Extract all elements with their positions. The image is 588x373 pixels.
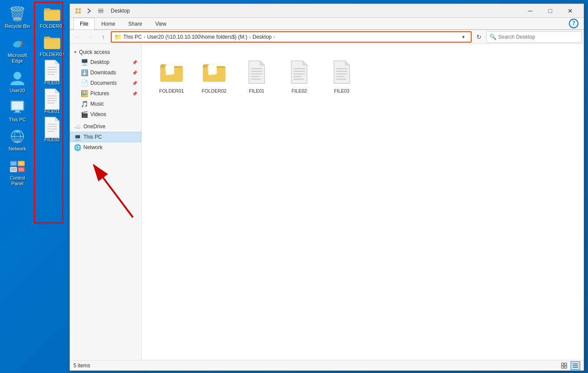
desktop-icons-col2: FOLDER01 FOLDER02 — [35, 0, 69, 148]
tab-home[interactable]: Home — [95, 18, 122, 30]
status-bar: 5 items — [70, 360, 584, 370]
file-item-folder01[interactable]: FOLDER01 — [152, 54, 191, 98]
sidebar-item-documents[interactable]: 📄 Documents 📌 — [70, 78, 141, 88]
address-sep-1: › — [144, 34, 145, 40]
file03-icon — [43, 62, 61, 79]
refresh-button[interactable]: ↻ — [473, 31, 485, 43]
up-button[interactable]: ↑ — [98, 31, 109, 43]
sidebar-item-downloads[interactable]: ⬇️ Downloads 📌 — [70, 67, 141, 78]
sidebar: ▼ Quick access 🖥️ Desktop 📌 ⬇️ Downloads… — [70, 44, 142, 360]
sidebar-item-this-pc[interactable]: 💻 This PC — [70, 132, 141, 142]
downloads-label: Downloads — [90, 70, 116, 76]
file01-icon — [43, 90, 61, 108]
details-view-button[interactable] — [571, 361, 580, 370]
desktop-icon-user20[interactable]: User20 — [2, 68, 33, 95]
file02-label: FILE02 — [44, 137, 59, 143]
svg-rect-45 — [209, 64, 217, 74]
music-label: Music — [90, 101, 104, 107]
desktop-icon-microsoft-edge[interactable]: Microsoft Edge — [2, 33, 33, 66]
svg-rect-63 — [562, 366, 564, 368]
desktop-icon-file01[interactable]: FILE01 — [36, 89, 68, 116]
close-button[interactable]: ✕ — [560, 4, 580, 18]
sidebar-item-network[interactable]: 🌐 Network — [70, 142, 141, 153]
svg-rect-37 — [76, 11, 78, 13]
network-icon — [9, 128, 26, 145]
desktop-icon-control-panel[interactable]: Control Panel — [2, 155, 33, 188]
network-sidebar-icon: 🌐 — [74, 144, 81, 151]
user-icon — [9, 70, 26, 87]
documents-icon: 📄 — [81, 80, 88, 87]
sidebar-item-videos[interactable]: 🎬 Videos — [70, 109, 141, 120]
forward-button[interactable]: → — [85, 31, 96, 43]
explorer-title: Desktop — [111, 8, 520, 14]
sidebar-item-desktop[interactable]: 🖥️ Desktop 📌 — [70, 57, 141, 67]
minimize-button[interactable]: ─ — [520, 4, 540, 18]
pc-icon — [9, 99, 26, 116]
svg-rect-21 — [19, 168, 24, 171]
videos-label: Videos — [90, 111, 106, 117]
svg-rect-5 — [15, 110, 20, 112]
recycle-bin-label: Recycle Bin — [5, 23, 30, 29]
maximize-button[interactable]: □ — [540, 4, 560, 18]
recycle-bin-icon: 🗑️ — [9, 5, 26, 23]
tab-file[interactable]: File — [73, 18, 95, 30]
desktop-icon-folder01[interactable]: FOLDER01 — [36, 3, 68, 31]
svg-point-10 — [16, 130, 19, 133]
sidebar-quick-access-header[interactable]: ▼ Quick access — [70, 47, 141, 57]
desktop-icon-network[interactable]: Network — [2, 126, 33, 153]
address-breadcrumb: This PC › User20 (\\10.10.10.100\home fo… — [123, 34, 457, 40]
folder01-icon — [43, 5, 61, 23]
folder02-main-icon — [200, 58, 228, 86]
desktop-icon-recycle-bin[interactable]: 🗑️ Recycle Bin — [2, 3, 33, 31]
address-sep-2: › — [249, 34, 251, 40]
this-pc-label: This PC — [9, 117, 26, 123]
onedrive-icon: ☁️ — [74, 123, 81, 130]
documents-label: Documents — [90, 80, 117, 86]
folder02-label: FOLDER02 — [40, 52, 65, 57]
title-bar-icon3[interactable] — [96, 6, 106, 16]
desktop-icon-file02[interactable]: FILE02 — [36, 117, 68, 144]
sidebar-item-onedrive[interactable]: ☁️ OneDrive — [70, 121, 141, 132]
back-button[interactable]: ← — [72, 31, 83, 43]
address-folder-icon: 📁 — [114, 33, 122, 40]
file02-icon — [43, 119, 61, 136]
user20-label: User20 — [10, 88, 25, 93]
file-item-file02[interactable]: FILE02 — [280, 54, 319, 98]
svg-rect-43 — [166, 64, 175, 74]
explorer-window: Desktop ─ □ ✕ File Home Share View ? ← → — [69, 3, 584, 371]
desktop-icon-folder02[interactable]: FOLDER02 — [36, 32, 68, 59]
file-item-folder02[interactable]: FOLDER02 — [195, 54, 234, 98]
address-part-this-pc[interactable]: This PC — [123, 34, 142, 40]
large-icons-view-button[interactable] — [559, 361, 569, 370]
folder01-main-label: FOLDER01 — [159, 88, 184, 94]
address-part-desktop[interactable]: Desktop — [252, 34, 271, 40]
svg-rect-62 — [565, 363, 567, 365]
svg-rect-17 — [19, 162, 24, 165]
downloads-icon: ⬇️ — [81, 69, 88, 76]
svg-rect-61 — [562, 363, 564, 365]
title-bar-icon1 — [73, 6, 83, 16]
search-input[interactable] — [498, 34, 579, 40]
folder02-icon — [43, 33, 61, 51]
address-dropdown-button[interactable]: ▾ — [459, 32, 468, 42]
documents-pin-icon: 📌 — [132, 81, 137, 86]
help-button[interactable]: ? — [569, 19, 578, 28]
file01-label: FILE01 — [44, 109, 59, 114]
address-bar-row: ← → ↑ 📁 This PC › User20 (\\10.10.10.100… — [70, 30, 584, 44]
file-item-file01[interactable]: FILE01 — [237, 54, 276, 98]
quick-access-chevron: ▼ — [73, 50, 77, 54]
address-box[interactable]: 📁 This PC › User20 (\\10.10.10.100\home … — [111, 31, 472, 43]
folder02-main-label: FOLDER02 — [202, 88, 227, 94]
tab-view[interactable]: View — [149, 18, 173, 30]
network-label: Network — [9, 146, 26, 152]
desktop-sidebar-icon: 🖥️ — [81, 59, 88, 66]
downloads-pin-icon: 📌 — [132, 70, 137, 75]
tab-share[interactable]: Share — [122, 18, 149, 30]
file-item-file03[interactable]: FILE03 — [322, 54, 361, 98]
desktop-icon-this-pc[interactable]: This PC — [2, 97, 33, 124]
title-bar-icon2 — [85, 6, 94, 16]
sidebar-item-pictures[interactable]: 🖼️ Pictures 📌 — [70, 88, 141, 99]
address-part-user20[interactable]: User20 (\\10.10.10.100\home folders$) (M… — [147, 34, 248, 40]
desktop-icon-file03[interactable]: FILE03 — [36, 60, 68, 87]
sidebar-item-music[interactable]: 🎵 Music — [70, 99, 141, 109]
